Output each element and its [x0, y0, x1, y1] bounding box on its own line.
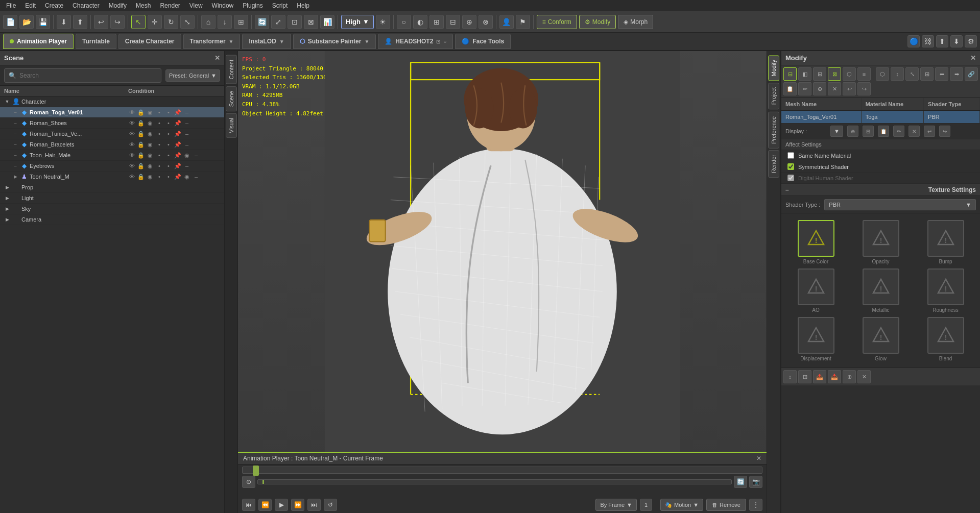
texture-slot-blend[interactable]: ! Blend	[915, 317, 976, 361]
pin-btn-roman-toga[interactable]: 📌	[174, 109, 181, 116]
mod-btn-r4[interactable]: ⊞	[920, 67, 934, 81]
menu-help[interactable]: Help	[293, 1, 314, 10]
dot1-toon-neutral[interactable]: •	[156, 173, 163, 180]
menu-modify[interactable]: Modify	[105, 1, 131, 10]
conform-btn[interactable]: ≡ Conform	[537, 15, 577, 29]
preset-dropdown[interactable]: Preset: General ▼	[165, 69, 220, 82]
search-box[interactable]: 🔍	[4, 68, 161, 83]
mod-btn-r6[interactable]: ➡	[950, 67, 963, 81]
tool10[interactable]: ⊡	[288, 15, 302, 29]
visibility-btn-roman-toga[interactable]: 👁	[128, 109, 135, 116]
expand-arrow-prop[interactable]: ▶	[4, 184, 10, 190]
anim-extra-btn[interactable]: ⋮	[749, 499, 762, 511]
anim-scrubber-thumb[interactable]	[253, 466, 259, 476]
search-input[interactable]	[19, 72, 157, 79]
tree-item-roman-shoes[interactable]: – ◆ Roman_Shoes 👁 🔒 ◉ • • 📌 –	[0, 118, 224, 129]
tree-item-roman-tunica[interactable]: – ◆ Roman_Tunica_Ve... 👁 🔒 ◉ • • 📌 –	[0, 129, 224, 139]
anim-step-fwd-btn[interactable]: ⏩	[291, 499, 304, 511]
pin-btn-roman-bracelets[interactable]: 📌	[174, 141, 181, 148]
anim-play-btn[interactable]: ▶	[275, 499, 288, 511]
side-tab-scene[interactable]: Scene	[226, 86, 237, 111]
viewport[interactable]: FPS : 0 Project Triangle : 88040 Selecte…	[238, 51, 767, 513]
lock-btn-roman-tunica[interactable]: 🔒	[137, 130, 145, 137]
char2[interactable]: ⚑	[516, 15, 530, 29]
texture-thumb-roughness[interactable]: !	[927, 268, 964, 305]
new-btn[interactable]: 📄	[3, 15, 17, 29]
tool11[interactable]: ⊠	[304, 15, 318, 29]
shader-type-dropdown[interactable]: PBR ▼	[824, 199, 976, 210]
settings-btn[interactable]: ⚙	[965, 35, 977, 47]
shader-btn-roman-bracelets[interactable]: ◉	[147, 141, 154, 148]
tree-item-character[interactable]: ▼ 👤 Character	[0, 96, 224, 107]
anim-scrubber[interactable]	[242, 467, 762, 474]
texture-thumb-base-color[interactable]: !	[798, 220, 834, 257]
pin-btn-toon-hair[interactable]: 📌	[174, 152, 181, 159]
display-btn7[interactable]: ↪	[939, 126, 950, 137]
menu-script[interactable]: Script	[268, 1, 292, 10]
download-btn[interactable]: ⬇	[950, 35, 963, 47]
expand-arrow-sky[interactable]: ▶	[4, 206, 10, 212]
shader-btn-toon-neutral[interactable]: ◉	[147, 173, 154, 180]
menu-character[interactable]: Character	[68, 1, 104, 10]
tool8[interactable]: 🔄	[255, 15, 269, 29]
tab-create-character[interactable]: Create Character	[118, 34, 181, 49]
texture-thumb-bump[interactable]: !	[927, 220, 964, 257]
texture-thumb-glow[interactable]: !	[863, 317, 899, 354]
texture-thumb-blend[interactable]: !	[927, 317, 964, 354]
tool9[interactable]: ⤢	[271, 15, 285, 29]
tab-face-tools[interactable]: 🔵 Face Tools	[455, 34, 511, 49]
display-btn3[interactable]: 📋	[878, 126, 889, 137]
tab-headshot2[interactable]: 👤 HEADSHOT2 ⊡ ○	[378, 34, 453, 49]
scene-close-icon[interactable]: ✕	[214, 54, 220, 62]
visibility-btn-roman-shoes[interactable]: 👁	[128, 119, 135, 127]
display-btn4[interactable]: ✏	[893, 126, 904, 137]
shader-btn-toon-hair[interactable]: ◉	[147, 152, 154, 159]
tab-instalod[interactable]: InstaLOD ▼	[242, 34, 291, 49]
menu-edit[interactable]: Edit	[21, 1, 40, 10]
shader-btn-roman-tunica[interactable]: ◉	[147, 130, 154, 137]
side-tab-render[interactable]: Render	[768, 150, 779, 178]
texture-slot-roughness[interactable]: ! Roughness	[915, 268, 976, 313]
mod-bottom-btn5[interactable]: ⊕	[843, 370, 856, 383]
modify-main-btn[interactable]: ⚙ Modify	[579, 15, 616, 29]
texture-slot-ao[interactable]: ! AO	[785, 268, 846, 313]
tab-animation-player[interactable]: Animation Player	[3, 34, 74, 49]
anim-track-start[interactable]: ⊙	[242, 476, 255, 488]
quality-dropdown[interactable]: High ▼	[341, 15, 374, 29]
symmetrical-shader-checkbox[interactable]	[787, 163, 794, 170]
view1[interactable]: ○	[397, 15, 411, 29]
menu-plugins[interactable]: Plugins	[238, 1, 267, 10]
tree-item-eyebrows[interactable]: – ◆ Eyebrows 👁 🔒 ◉ • • 📌 –	[0, 161, 224, 172]
side-tab-project[interactable]: Project	[768, 83, 779, 109]
view3[interactable]: ⊞	[429, 15, 444, 29]
menu-mesh[interactable]: Mesh	[132, 1, 155, 10]
lock-btn-toon-neutral[interactable]: 🔒	[137, 173, 145, 180]
dot2-roman-shoes[interactable]: •	[165, 119, 172, 127]
tree-item-toon-hair[interactable]: – ◆ Toon_Hair_Male 👁 🔒 ◉ • • 📌 ◉ –	[0, 150, 224, 161]
texture-slot-metallic[interactable]: ! Metallic	[850, 268, 911, 313]
mod-btn-r13[interactable]: ↪	[857, 82, 871, 95]
tree-item-light[interactable]: ▶ Light	[0, 193, 224, 204]
tool5[interactable]: ⌂	[201, 15, 216, 29]
mod-btn-normal[interactable]: ⊞	[813, 67, 826, 81]
tab-substance-painter[interactable]: ⬡ Substance Painter ▼	[293, 34, 376, 49]
dot2-roman-bracelets[interactable]: •	[165, 141, 172, 148]
anim-skip-back-btn[interactable]: ⏮	[242, 499, 255, 511]
texture-slot-opacity[interactable]: ! Opacity	[850, 220, 911, 264]
visibility-btn-toon-neutral[interactable]: 👁	[128, 173, 135, 180]
anim-remove-btn[interactable]: 🗑 Remove	[706, 499, 746, 511]
same-name-material-checkbox[interactable]	[787, 152, 794, 159]
mesh-table-row-0[interactable]: Roman_Toga_Ver01 Toga PBR	[781, 111, 980, 124]
pin-btn-eyebrows[interactable]: 📌	[174, 162, 181, 169]
view5[interactable]: ⊕	[462, 15, 476, 29]
tool7[interactable]: ⊞	[234, 15, 248, 29]
viewport-canvas[interactable]: FPS : 0 Project Triangle : 88040 Selecte…	[238, 51, 767, 452]
motion-dropdown[interactable]: 🎭 Motion ▼	[660, 499, 703, 511]
mod-btn-param[interactable]: ≡	[857, 67, 871, 81]
dot1-toon-hair[interactable]: •	[156, 152, 163, 159]
mod-bottom-btn3[interactable]: 📤	[813, 370, 826, 383]
mod-btn-uv[interactable]: ◧	[798, 67, 811, 81]
menu-view[interactable]: View	[185, 1, 207, 10]
link-btn[interactable]: ⛓	[922, 35, 934, 47]
tree-item-roman-toga[interactable]: – ◆ Roman_Toga_Ver01 👁 🔒 ◉ • • 📌 –	[0, 107, 224, 118]
